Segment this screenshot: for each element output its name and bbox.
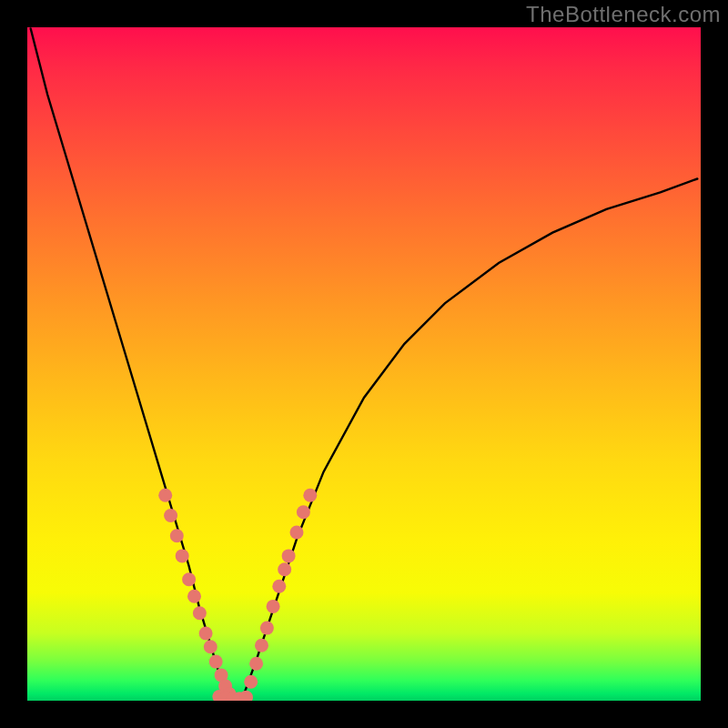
data-point xyxy=(199,627,213,641)
outer-frame: TheBottleneck.com xyxy=(0,0,728,728)
data-point xyxy=(267,600,280,613)
data-point xyxy=(303,489,317,502)
data-point xyxy=(290,526,304,540)
data-point xyxy=(182,572,196,586)
data-point xyxy=(255,639,268,652)
data-point xyxy=(260,622,274,635)
data-point xyxy=(249,657,263,671)
right-curve xyxy=(243,179,698,698)
data-point xyxy=(272,580,286,593)
chart-svg xyxy=(27,27,701,701)
watermark-text: TheBottleneck.com xyxy=(526,2,721,27)
data-point xyxy=(176,549,189,562)
data-point xyxy=(239,691,253,701)
data-point xyxy=(278,562,291,576)
data-point xyxy=(187,590,201,603)
data-point xyxy=(170,529,184,542)
scatter-dots xyxy=(158,489,317,701)
data-point xyxy=(282,549,296,562)
data-point xyxy=(244,675,258,689)
data-point xyxy=(164,509,177,522)
data-point xyxy=(297,505,310,519)
data-point xyxy=(158,489,172,502)
plot-area xyxy=(27,27,701,701)
data-point xyxy=(209,655,223,669)
data-point xyxy=(193,606,207,620)
data-point xyxy=(204,640,217,653)
